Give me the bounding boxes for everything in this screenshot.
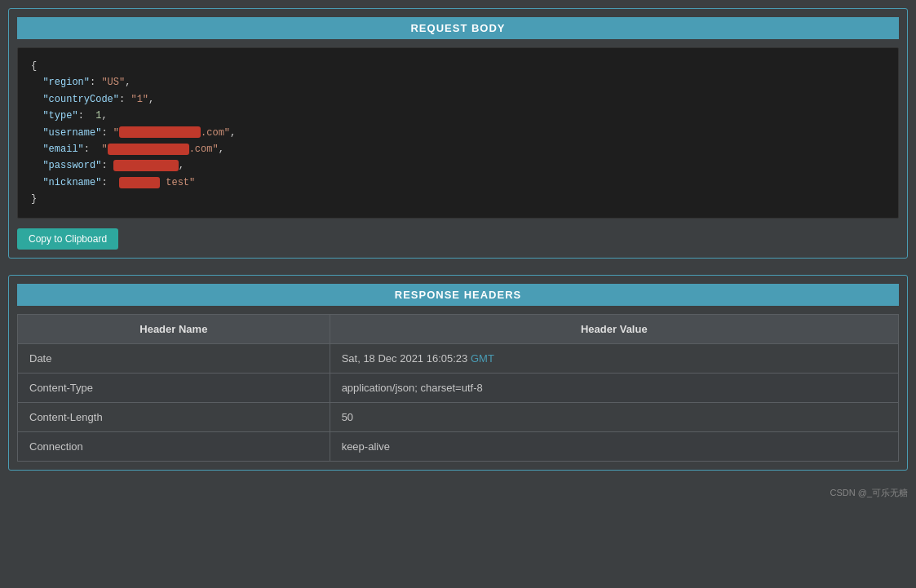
country-key: "countryCode" — [42, 94, 119, 105]
header-name-cell: Connection — [18, 431, 330, 461]
request-body-code: { "region": "US", "countryCode": "1", "t… — [17, 47, 899, 219]
header-value-cell: keep-alive — [330, 431, 898, 461]
nickname-redacted — [119, 177, 160, 188]
response-headers-title: RESPONSE HEADERS — [17, 284, 899, 306]
header-value-cell: Sat, 18 Dec 2021 16:05:23 GMT — [330, 343, 898, 373]
table-row: DateSat, 18 Dec 2021 16:05:23 GMT — [18, 343, 899, 373]
code-countrycode: "countryCode": "1", — [31, 91, 885, 108]
code-email: "email": " .com", — [31, 141, 885, 157]
header-value-cell: application/json; charset=utf-8 — [330, 373, 898, 402]
request-body-title: REQUEST BODY — [17, 17, 899, 39]
username-key: "username" — [42, 127, 101, 139]
table-row: Connectionkeep-alive — [18, 431, 899, 461]
header-name-cell: Content-Type — [18, 373, 330, 402]
close-brace: } — [31, 191, 885, 207]
col-header-name: Header Name — [18, 314, 330, 343]
table-header-row: Header Name Header Value — [18, 314, 899, 343]
email-redacted — [108, 144, 189, 155]
response-headers-table: Header Name Header Value DateSat, 18 Dec… — [17, 314, 899, 462]
password-key: "password" — [42, 160, 101, 171]
password-redacted — [113, 160, 179, 171]
header-value-cell: 50 — [330, 402, 898, 431]
code-nickname: "nickname": test" — [31, 175, 885, 191]
col-header-value: Header Value — [330, 314, 898, 343]
copy-clipboard-button[interactable]: Copy to Clipboard — [17, 228, 118, 250]
code-type: "type": 1, — [31, 108, 885, 124]
header-name-cell: Content-Length — [18, 402, 330, 431]
username-redacted — [119, 126, 201, 138]
request-body-section: REQUEST BODY { "region": "US", "countryC… — [8, 8, 908, 259]
response-headers-section: RESPONSE HEADERS Header Name Header Valu… — [8, 275, 908, 471]
open-brace: { — [31, 58, 885, 74]
code-password: "password": , — [31, 157, 885, 174]
code-username: "username": " .com", — [31, 125, 885, 141]
email-key: "email" — [42, 144, 83, 155]
gmt-highlight: GMT — [471, 352, 494, 365]
region-val: "US" — [101, 77, 125, 88]
country-val: "1" — [131, 94, 148, 105]
region-key: "region" — [42, 77, 90, 88]
header-name-cell: Date — [18, 343, 330, 373]
table-row: Content-Length50 — [18, 402, 899, 431]
type-key: "type" — [42, 110, 77, 122]
nickname-key: "nickname" — [42, 177, 101, 188]
watermark-text: CSDN @_可乐无糖 — [8, 487, 908, 499]
table-row: Content-Typeapplication/json; charset=ut… — [18, 373, 899, 402]
code-region: "region": "US", — [31, 74, 885, 91]
